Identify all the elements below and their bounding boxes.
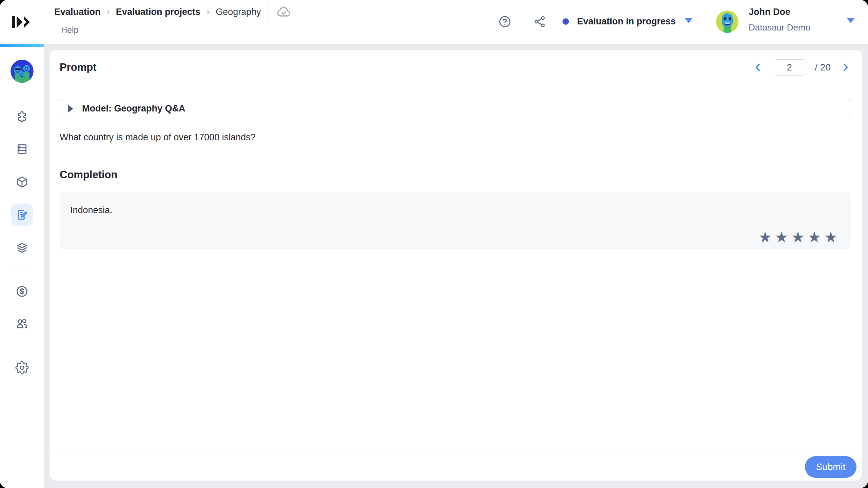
breadcrumb-item-evaluation-projects[interactable]: Evaluation projects: [116, 7, 200, 17]
user-avatar[interactable]: [716, 11, 738, 33]
evaluation-card: Prompt / 20 Model: Geography Q&A: [50, 50, 862, 481]
completion-heading: Completion: [60, 169, 118, 181]
layers-icon: [15, 241, 29, 255]
breadcrumb-item-geography: Geography: [216, 7, 261, 17]
app-logo[interactable]: [0, 0, 44, 44]
sidebar-divider: [11, 346, 33, 346]
help-link[interactable]: Help: [61, 25, 78, 35]
sidebar-item-datasets[interactable]: [11, 138, 33, 160]
star-icon[interactable]: ★: [758, 229, 775, 245]
sidebar-divider: [0, 86, 44, 86]
share-icon: [533, 15, 547, 28]
puzzle-icon: [15, 110, 29, 123]
sidebar-item-members[interactable]: [11, 313, 33, 334]
status-dot-icon: [563, 18, 569, 25]
user-avatar-icon: [716, 11, 738, 33]
models-cube-icon: [15, 175, 29, 189]
sidebar-item-layers[interactable]: [11, 237, 33, 259]
sidebar-item-evaluation[interactable]: [11, 204, 33, 226]
star-icon[interactable]: ★: [824, 229, 841, 245]
billing-dollar-icon: [15, 285, 29, 298]
sidebar-item-workspace[interactable]: [11, 106, 33, 127]
pagination: / 20: [752, 59, 851, 76]
submit-button[interactable]: Submit: [805, 456, 856, 478]
completion-box: Indonesia. ★★★★★: [60, 192, 851, 249]
breadcrumb-separator-icon: ›: [206, 6, 210, 17]
star-rating[interactable]: ★★★★★: [758, 228, 841, 246]
chevron-left-icon: [753, 62, 763, 73]
model-label: Model: Geography Q&A: [82, 103, 185, 114]
breadcrumb-separator-icon: ›: [107, 6, 110, 17]
sidebar: [0, 47, 44, 488]
previous-page-button[interactable]: [752, 62, 764, 73]
prompt-heading: Prompt: [60, 61, 97, 74]
datasaur-logo-icon: [12, 15, 32, 29]
star-icon[interactable]: ★: [791, 229, 808, 245]
datasets-icon: [15, 142, 29, 156]
header-divider: [706, 0, 706, 44]
prompt-text: What country is made up of over 17000 is…: [60, 132, 256, 143]
help-circle-icon: [498, 15, 512, 28]
sidebar-item-settings[interactable]: [11, 357, 33, 379]
evaluation-edit-icon: [15, 208, 29, 222]
sidebar-accent-bar: [0, 44, 44, 47]
workspace-avatar[interactable]: [11, 60, 34, 83]
sidebar-item-billing[interactable]: [11, 281, 33, 302]
datasaur-workspace-avatar-icon: [11, 60, 34, 83]
settings-gear-icon: [15, 361, 29, 374]
page-number-input[interactable]: [773, 59, 806, 76]
sidebar-divider: [11, 269, 33, 269]
cloud-check-icon: [276, 4, 291, 19]
user-menu-caret-down-icon[interactable]: [847, 18, 854, 23]
breadcrumb-divider: [269, 4, 269, 20]
help-circle-button[interactable]: [498, 15, 512, 28]
next-page-button[interactable]: [840, 62, 851, 73]
completion-text: Indonesia.: [70, 205, 113, 216]
model-collapsible[interactable]: Model: Geography Q&A: [60, 99, 851, 118]
star-icon[interactable]: ★: [808, 229, 824, 245]
card-header: Prompt / 20: [60, 59, 851, 76]
status-dropdown[interactable]: Evaluation in progress: [577, 16, 676, 27]
members-icon: [15, 317, 29, 330]
breadcrumb-item-evaluation[interactable]: Evaluation: [54, 7, 101, 17]
top-bar: Evaluation › Evaluation projects › Geogr…: [0, 0, 868, 44]
page-total-label: / 20: [815, 62, 831, 73]
chevron-right-icon: [840, 62, 850, 73]
sidebar-item-models[interactable]: [11, 171, 33, 193]
expand-triangle-icon: [68, 105, 73, 113]
breadcrumb: Evaluation › Evaluation projects › Geogr…: [54, 0, 291, 24]
share-button[interactable]: [533, 15, 547, 28]
status-caret-down-icon[interactable]: [685, 18, 692, 23]
app-window: Evaluation › Evaluation projects › Geogr…: [0, 0, 868, 488]
workspace-name: Datasaur Demo: [749, 22, 810, 33]
footer-divider: [50, 450, 862, 450]
user-name: John Doe: [749, 7, 790, 17]
star-icon[interactable]: ★: [775, 229, 791, 245]
